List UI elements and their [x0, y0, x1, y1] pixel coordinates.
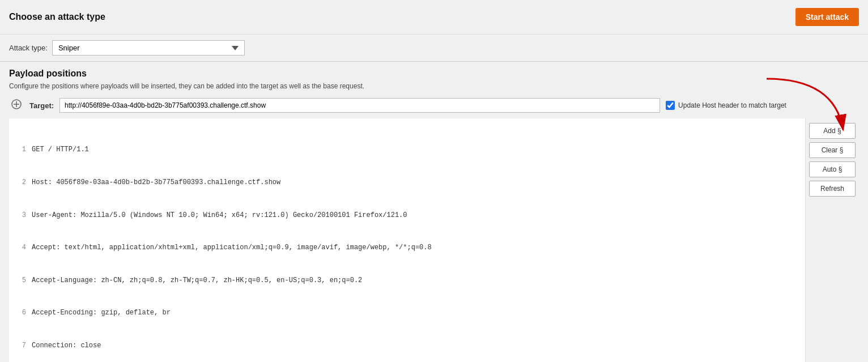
line-6: 6 Accept-Encoding: gzip, deflate, br: [15, 308, 799, 318]
page-container: Choose an attack type Start attack Attac…: [0, 0, 868, 362]
line-5: 5 Accept-Language: zh-CN, zh;q=0.8, zh-T…: [15, 275, 799, 286]
payload-positions-title: Payload positions: [9, 69, 859, 79]
update-host-label: Update Host header to match target: [678, 101, 786, 109]
payload-positions-desc: Configure the positions where payloads w…: [9, 82, 859, 90]
clear-payload-markers-button[interactable]: Clear §: [809, 142, 856, 158]
header-section: Choose an attack type Start attack: [0, 0, 868, 35]
target-input[interactable]: [59, 98, 660, 113]
payload-section: Payload positions Configure the position…: [0, 62, 868, 362]
target-add-icon-button[interactable]: [9, 98, 24, 113]
editor-wrapper: 1 GET / HTTP/1.1 2 Host: 4056f89e-03aa-4…: [9, 118, 805, 362]
line-7: 7 Connection: close: [15, 340, 799, 351]
start-attack-button[interactable]: Start attack: [795, 8, 859, 26]
refresh-button[interactable]: Refresh: [809, 181, 856, 197]
attack-type-select[interactable]: Sniper Battering ram Pitchfork Cluster b…: [52, 40, 245, 56]
update-host-container: Update Host header to match target: [666, 101, 786, 110]
attack-type-row: Attack type: Sniper Battering ram Pitchf…: [0, 35, 868, 61]
attack-type-label: Attack type:: [9, 44, 48, 52]
page-title: Choose an attack type: [9, 12, 105, 22]
target-label: Target:: [29, 101, 54, 110]
add-payload-marker-button[interactable]: Add §: [809, 123, 856, 139]
line-2: 2 Host: 4056f89e-03aa-4d0b-bd2b-3b775af0…: [15, 177, 799, 188]
code-editor[interactable]: 1 GET / HTTP/1.1 2 Host: 4056f89e-03aa-4…: [9, 118, 805, 362]
line-4: 4 Accept: text/html, application/xhtml+x…: [15, 242, 799, 253]
line-1: 1 GET / HTTP/1.1: [15, 144, 799, 155]
editor-area: 1 GET / HTTP/1.1 2 Host: 4056f89e-03aa-4…: [9, 118, 859, 362]
target-row: Target: Update Host header to match targ…: [9, 98, 859, 113]
update-host-checkbox[interactable]: [666, 101, 675, 110]
line-3: 3 User-Agent: Mozilla/5.0 (Windows NT 10…: [15, 210, 799, 221]
sidebar-buttons: Add § Clear § Auto § Refresh: [805, 118, 859, 362]
auto-payload-markers-button[interactable]: Auto §: [809, 161, 856, 177]
plus-circle-icon: [11, 99, 22, 109]
